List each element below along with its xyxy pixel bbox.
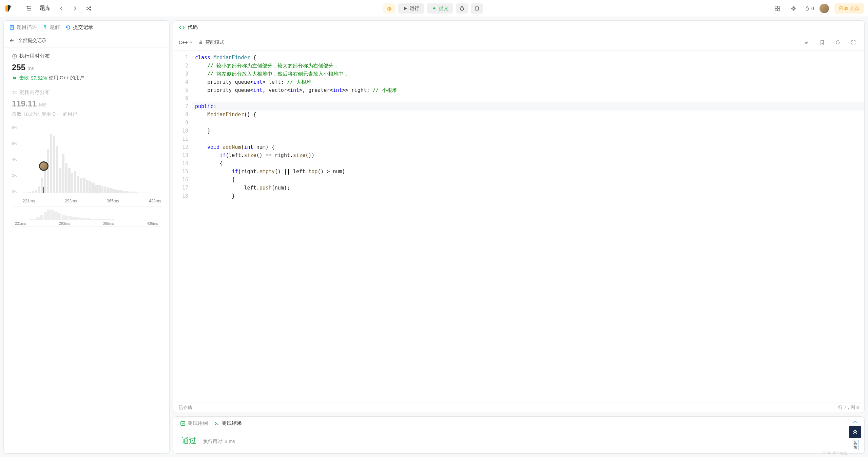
logo[interactable] <box>4 4 12 13</box>
plus-badge[interactable]: Plus 会员 <box>834 3 864 14</box>
runtime-chart: 8%6%4%2%0% 221ms293ms365ms438ms <box>12 125 161 203</box>
svg-point-18 <box>793 7 795 9</box>
left-panel: 题目描述 题解 提交记录 全部提交记录 执行用时分布 255ms 击败 97.6… <box>3 20 170 454</box>
topbar: 题库 运行 提交 0 Plus 会员 <box>0 0 868 17</box>
svg-line-5 <box>387 8 388 8</box>
fullscreen-icon[interactable] <box>848 37 859 48</box>
check-box-icon <box>180 421 186 426</box>
bookmark-icon[interactable] <box>817 37 828 48</box>
submit-label: 提交 <box>439 5 448 12</box>
saved-status: 已存储 <box>179 404 192 411</box>
code-icon <box>179 24 185 31</box>
note-button[interactable] <box>471 3 483 14</box>
prev-button[interactable] <box>56 3 67 14</box>
svg-line-6 <box>391 8 391 8</box>
tab-solution[interactable]: 题解 <box>42 24 60 31</box>
layout-icon[interactable] <box>772 3 783 14</box>
tab-testcase[interactable]: 测试用例 <box>180 420 208 426</box>
tab-result[interactable]: 测试结果 <box>214 420 242 426</box>
tab-description[interactable]: 题目描述 <box>9 24 37 31</box>
scroll-top-button[interactable] <box>849 426 861 438</box>
svg-marker-9 <box>404 7 407 10</box>
svg-line-8 <box>391 9 391 10</box>
float-buttons: 英简 <box>849 420 861 450</box>
svg-rect-14 <box>775 6 777 8</box>
timer-button[interactable] <box>456 3 468 14</box>
tab-submissions[interactable]: 提交记录 <box>65 24 93 31</box>
svg-rect-25 <box>13 91 16 94</box>
svg-rect-30 <box>199 42 202 44</box>
svg-rect-16 <box>775 9 777 11</box>
user-marker <box>39 161 49 171</box>
left-tabs: 题目描述 题解 提交记录 <box>4 21 169 34</box>
memory-stat: 消耗内存分布 119.11MB 击败 18.27% 使用 C++ 的用户 <box>12 89 161 117</box>
runtime-stat: 执行用时分布 255ms 击败 97.62% 使用 C++ 的用户 <box>12 53 161 81</box>
arrow-left-icon <box>9 38 15 43</box>
debug-button[interactable] <box>383 3 396 14</box>
list-icon[interactable] <box>23 3 34 14</box>
terminal-icon <box>214 421 219 426</box>
chevron-down-icon <box>190 41 193 44</box>
language-select[interactable]: C++ <box>179 40 193 45</box>
reset-icon[interactable] <box>832 37 843 48</box>
mode-indicator: 智能模式 <box>198 39 224 45</box>
code-editor[interactable]: 123456789101112131415161718 class Median… <box>173 51 864 402</box>
clap-icon <box>12 75 17 81</box>
streak[interactable]: 0 <box>805 6 814 11</box>
pass-label: 通过 <box>181 436 196 446</box>
runtime-label: 执行用时: 3 ms <box>203 439 235 445</box>
run-button[interactable]: 运行 <box>398 3 424 14</box>
run-label: 运行 <box>410 5 419 12</box>
watermark: CSDN @GR鲸鱼 <box>822 451 848 456</box>
back-link[interactable]: 全部提交记录 <box>4 34 169 47</box>
ime-indicator[interactable]: 英简 <box>852 440 859 450</box>
svg-rect-13 <box>475 7 479 10</box>
svg-line-7 <box>387 9 388 10</box>
next-button[interactable] <box>70 3 80 14</box>
avatar[interactable] <box>819 4 829 13</box>
streak-count: 0 <box>811 6 814 11</box>
lock-icon <box>198 40 203 45</box>
submit-button[interactable]: 提交 <box>427 3 453 14</box>
shuffle-button[interactable] <box>83 3 94 14</box>
mini-chart: 221ms293ms365ms438ms <box>12 206 161 226</box>
svg-rect-19 <box>10 25 14 29</box>
code-panel: 代码 C++ 智能模式 1234567891011121314151 <box>173 20 865 413</box>
settings-icon[interactable] <box>788 3 799 14</box>
problem-list-link[interactable]: 题库 <box>40 5 51 12</box>
format-icon[interactable] <box>801 37 812 48</box>
svg-rect-17 <box>778 9 780 11</box>
cursor-pos: 行 7，列 8 <box>838 404 859 411</box>
svg-rect-15 <box>778 6 780 8</box>
chip-icon <box>12 90 17 95</box>
clock-icon <box>12 54 17 59</box>
chevron-up-icon <box>852 420 859 424</box>
result-panel: 测试用例 测试结果 通过 执行用时: 3 ms <box>173 416 865 454</box>
